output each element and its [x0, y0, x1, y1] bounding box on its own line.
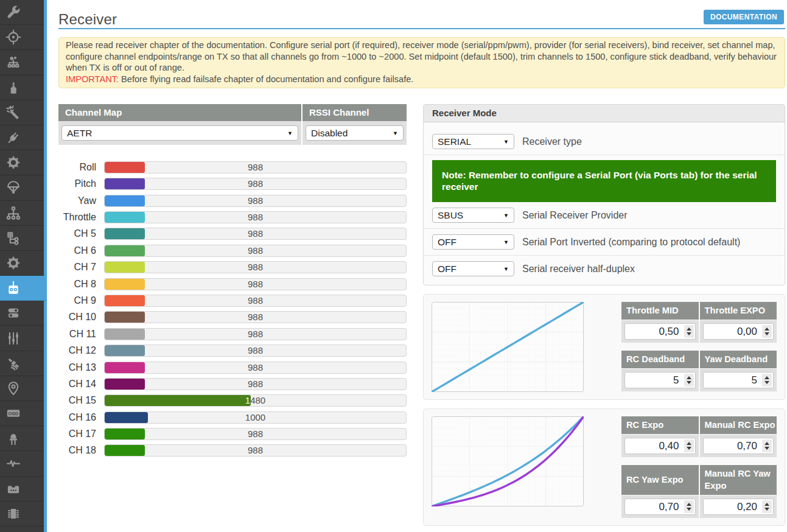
channel-meter: 14801480 — [104, 394, 407, 407]
spinner-up-icon[interactable] — [764, 503, 769, 506]
spinner-down-icon[interactable] — [687, 332, 691, 335]
spinner-down-icon[interactable] — [687, 508, 691, 511]
spinner-up-icon[interactable] — [764, 327, 769, 331]
rc-expo-input[interactable]: 0,40 — [624, 438, 696, 454]
sidebar-item-9[interactable] — [0, 201, 47, 226]
half-duplex-select-value: OFF — [438, 264, 456, 274]
manual-rc-yaw-expo-input[interactable]: 0,20 — [703, 499, 774, 515]
spinner-buttons[interactable] — [684, 500, 694, 513]
field-header: Yaw Deadband — [700, 351, 777, 368]
half-duplex-row: OFF ▼ Serial receiver half-duplex — [424, 255, 785, 282]
sidebar-item-16[interactable] — [0, 376, 47, 401]
sidebar-item-10[interactable] — [0, 226, 47, 251]
spinner-buttons[interactable] — [684, 439, 694, 452]
rc-yaw-expo-input[interactable]: 0,70 — [624, 499, 696, 515]
field-value: 0,50 — [625, 324, 679, 339]
spinner-up-icon[interactable] — [687, 442, 691, 445]
sidebar-item-5[interactable] — [0, 100, 47, 125]
spinner-buttons[interactable] — [684, 325, 694, 338]
channel-meter: 988988 — [104, 328, 407, 340]
serial-provider-select[interactable]: SBUS ▼ — [432, 208, 514, 223]
throttle-expo-input[interactable]: 0,00 — [703, 323, 774, 340]
sidebar-item-11[interactable] — [0, 251, 47, 276]
sidebar-item-1[interactable] — [0, 0, 47, 25]
channel-meter: 988988 — [104, 428, 407, 440]
half-duplex-select[interactable]: OFF ▼ — [432, 261, 514, 276]
channel-row-ch-11: CH 11988988 — [58, 328, 407, 340]
channel-meter-fill-text: 1000 — [105, 412, 148, 423]
channel-value: 988 — [105, 379, 406, 390]
spinner-buttons[interactable] — [684, 374, 694, 387]
throttle-mid-input[interactable]: 0,50 — [624, 323, 696, 340]
spinner-buttons[interactable] — [762, 500, 772, 513]
channel-meter-fill-text: 988 — [105, 245, 145, 256]
sidebar-item-2[interactable] — [0, 25, 47, 50]
channel-meter-fill-text: 988 — [105, 445, 145, 456]
sidebar-item-13[interactable] — [0, 301, 47, 326]
spinner-down-icon[interactable] — [764, 332, 769, 335]
spinner-down-icon[interactable] — [764, 508, 769, 511]
field-cell: 5 — [700, 369, 777, 391]
serial-port-note-text: Remember to configure a Serial Port (via… — [442, 170, 757, 192]
rc-deadband-input[interactable]: 5 — [624, 372, 696, 388]
channel-meter-fill-text: 988 — [105, 279, 145, 290]
sidebar-item-8[interactable] — [0, 175, 47, 200]
sidebar-item-7[interactable] — [0, 150, 47, 175]
spinner-down-icon[interactable] — [764, 447, 769, 450]
left-column: Channel Map RSSI Channel AETR ▼ Disabled… — [58, 104, 407, 526]
sidebar-item-12-active[interactable] — [0, 276, 47, 301]
channel-meter-fill-text: 988 — [105, 262, 145, 273]
gear-icon — [5, 155, 21, 170]
spinner-down-icon[interactable] — [687, 447, 691, 450]
expo-curve-graph — [432, 416, 584, 506]
spinner-up-icon[interactable] — [764, 376, 769, 379]
spinner-down-icon[interactable] — [687, 381, 691, 384]
field-value: 0,00 — [704, 324, 758, 339]
serial-inverted-label: Serial Port Inverted (comparing to proto… — [522, 234, 740, 250]
spinner-up-icon[interactable] — [687, 503, 691, 506]
rssi-channel-select[interactable]: Disabled ▼ — [306, 125, 404, 141]
chevron-down-icon: ▼ — [503, 262, 509, 276]
spinner-buttons[interactable] — [762, 325, 772, 338]
channel-meter: 988988 — [104, 195, 407, 207]
sidebar-item-15[interactable] — [0, 351, 47, 376]
sidebar-item-4[interactable] — [0, 75, 47, 100]
sidebar-item-18[interactable] — [0, 426, 47, 451]
channel-label: CH 6 — [58, 245, 96, 257]
spinner-up-icon[interactable] — [687, 376, 691, 379]
yaw-deadband-input[interactable]: 5 — [703, 372, 774, 388]
channel-label: CH 9 — [58, 295, 96, 307]
channel-meter-fill-text: 988 — [105, 329, 145, 340]
receiver-type-select[interactable]: SERIAL ▼ — [432, 134, 514, 149]
sidebar-item-20[interactable] — [0, 477, 47, 502]
channel-meter: 988988 — [104, 228, 407, 240]
channel-meter-fill-text: 1480 — [105, 395, 251, 406]
sidebar-item-19[interactable] — [0, 451, 47, 476]
manual-rc-expo-input[interactable]: 0,70 — [703, 438, 774, 454]
transmitter-icon — [5, 280, 21, 296]
spinner-down-icon[interactable] — [764, 381, 769, 384]
serial-provider-row: SBUS ▼ Serial Receiver Provider — [424, 202, 785, 228]
rssi-channel-cell: Disabled ▼ — [303, 121, 407, 145]
serial-inverted-select[interactable]: OFF ▼ — [432, 234, 514, 250]
sidebar-item-6[interactable] — [0, 125, 47, 150]
rssi-channel-header: RSSI Channel — [303, 104, 407, 121]
right-column: Receiver Mode SERIAL ▼ Receiver type Not… — [423, 104, 785, 526]
spinner-up-icon[interactable] — [687, 327, 691, 331]
channel-label: CH 11 — [58, 328, 96, 340]
channel-row-ch-13: CH 13988988 — [58, 362, 407, 374]
sitemap-icon — [5, 205, 21, 221]
documentation-button[interactable]: DOCUMENTATION — [704, 10, 784, 24]
channel-map-table: Channel Map RSSI Channel AETR ▼ Disabled… — [58, 104, 407, 145]
channel-row-ch-15: CH 1514801480 — [58, 394, 407, 407]
sidebar-item-21[interactable] — [0, 502, 47, 527]
sidebar-item-3[interactable] — [0, 50, 47, 75]
spinner-buttons[interactable] — [762, 439, 772, 452]
channel-map-select[interactable]: AETR ▼ — [61, 125, 298, 141]
channel-row-ch-17: CH 17988988 — [58, 428, 407, 440]
channel-meter: 10001000 — [104, 411, 407, 424]
sidebar-item-14[interactable] — [0, 326, 47, 351]
sidebar-item-17[interactable]: OSD — [0, 401, 47, 426]
spinner-buttons[interactable] — [762, 374, 772, 387]
spinner-up-icon[interactable] — [764, 442, 769, 445]
